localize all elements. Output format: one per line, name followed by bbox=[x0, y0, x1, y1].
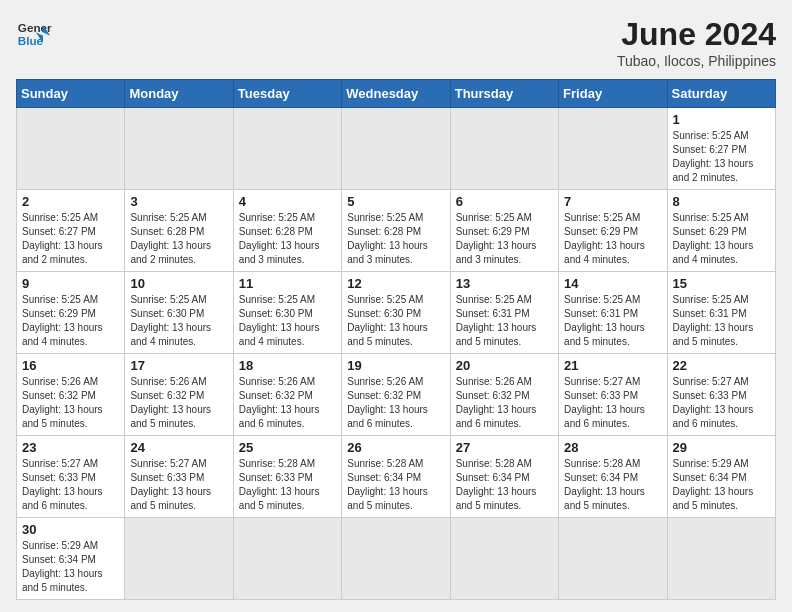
day-info: Sunrise: 5:29 AM Sunset: 6:34 PM Dayligh… bbox=[673, 457, 770, 513]
calendar-cell: 9Sunrise: 5:25 AM Sunset: 6:29 PM Daylig… bbox=[17, 272, 125, 354]
calendar-cell: 29Sunrise: 5:29 AM Sunset: 6:34 PM Dayli… bbox=[667, 436, 775, 518]
calendar-cell: 28Sunrise: 5:28 AM Sunset: 6:34 PM Dayli… bbox=[559, 436, 667, 518]
day-info: Sunrise: 5:26 AM Sunset: 6:32 PM Dayligh… bbox=[130, 375, 227, 431]
logo-icon: General Blue bbox=[16, 16, 52, 52]
day-number: 28 bbox=[564, 440, 661, 455]
calendar-week-5: 23Sunrise: 5:27 AM Sunset: 6:33 PM Dayli… bbox=[17, 436, 776, 518]
calendar-cell: 4Sunrise: 5:25 AM Sunset: 6:28 PM Daylig… bbox=[233, 190, 341, 272]
calendar-cell bbox=[342, 518, 450, 600]
day-info: Sunrise: 5:25 AM Sunset: 6:30 PM Dayligh… bbox=[130, 293, 227, 349]
day-number: 4 bbox=[239, 194, 336, 209]
calendar-subtitle: Tubao, Ilocos, Philippines bbox=[617, 53, 776, 69]
calendar-cell bbox=[125, 108, 233, 190]
calendar-cell: 25Sunrise: 5:28 AM Sunset: 6:33 PM Dayli… bbox=[233, 436, 341, 518]
day-number: 7 bbox=[564, 194, 661, 209]
day-info: Sunrise: 5:25 AM Sunset: 6:31 PM Dayligh… bbox=[673, 293, 770, 349]
page-container: General Blue June 2024 Tubao, Ilocos, Ph… bbox=[16, 16, 776, 600]
calendar-cell: 5Sunrise: 5:25 AM Sunset: 6:28 PM Daylig… bbox=[342, 190, 450, 272]
day-info: Sunrise: 5:27 AM Sunset: 6:33 PM Dayligh… bbox=[673, 375, 770, 431]
day-number: 9 bbox=[22, 276, 119, 291]
day-number: 20 bbox=[456, 358, 553, 373]
calendar-cell: 6Sunrise: 5:25 AM Sunset: 6:29 PM Daylig… bbox=[450, 190, 558, 272]
calendar-cell: 8Sunrise: 5:25 AM Sunset: 6:29 PM Daylig… bbox=[667, 190, 775, 272]
day-info: Sunrise: 5:26 AM Sunset: 6:32 PM Dayligh… bbox=[347, 375, 444, 431]
calendar-cell: 26Sunrise: 5:28 AM Sunset: 6:34 PM Dayli… bbox=[342, 436, 450, 518]
day-number: 27 bbox=[456, 440, 553, 455]
day-number: 26 bbox=[347, 440, 444, 455]
day-number: 3 bbox=[130, 194, 227, 209]
weekday-friday: Friday bbox=[559, 80, 667, 108]
weekday-monday: Monday bbox=[125, 80, 233, 108]
day-number: 29 bbox=[673, 440, 770, 455]
calendar-cell bbox=[450, 108, 558, 190]
weekday-header-row: SundayMondayTuesdayWednesdayThursdayFrid… bbox=[17, 80, 776, 108]
calendar-cell bbox=[559, 518, 667, 600]
calendar-cell: 14Sunrise: 5:25 AM Sunset: 6:31 PM Dayli… bbox=[559, 272, 667, 354]
day-number: 19 bbox=[347, 358, 444, 373]
header: General Blue June 2024 Tubao, Ilocos, Ph… bbox=[16, 16, 776, 69]
day-number: 16 bbox=[22, 358, 119, 373]
calendar-cell: 1Sunrise: 5:25 AM Sunset: 6:27 PM Daylig… bbox=[667, 108, 775, 190]
calendar-cell bbox=[559, 108, 667, 190]
calendar-cell: 12Sunrise: 5:25 AM Sunset: 6:30 PM Dayli… bbox=[342, 272, 450, 354]
day-number: 14 bbox=[564, 276, 661, 291]
day-info: Sunrise: 5:25 AM Sunset: 6:30 PM Dayligh… bbox=[347, 293, 444, 349]
calendar-week-3: 9Sunrise: 5:25 AM Sunset: 6:29 PM Daylig… bbox=[17, 272, 776, 354]
calendar-cell bbox=[450, 518, 558, 600]
day-info: Sunrise: 5:29 AM Sunset: 6:34 PM Dayligh… bbox=[22, 539, 119, 595]
calendar-cell: 22Sunrise: 5:27 AM Sunset: 6:33 PM Dayli… bbox=[667, 354, 775, 436]
day-info: Sunrise: 5:25 AM Sunset: 6:29 PM Dayligh… bbox=[456, 211, 553, 267]
day-number: 10 bbox=[130, 276, 227, 291]
day-number: 30 bbox=[22, 522, 119, 537]
calendar-cell bbox=[233, 518, 341, 600]
calendar-cell bbox=[17, 108, 125, 190]
calendar-cell: 3Sunrise: 5:25 AM Sunset: 6:28 PM Daylig… bbox=[125, 190, 233, 272]
calendar-cell: 30Sunrise: 5:29 AM Sunset: 6:34 PM Dayli… bbox=[17, 518, 125, 600]
title-area: June 2024 Tubao, Ilocos, Philippines bbox=[617, 16, 776, 69]
day-info: Sunrise: 5:27 AM Sunset: 6:33 PM Dayligh… bbox=[130, 457, 227, 513]
day-number: 25 bbox=[239, 440, 336, 455]
day-number: 11 bbox=[239, 276, 336, 291]
calendar-week-4: 16Sunrise: 5:26 AM Sunset: 6:32 PM Dayli… bbox=[17, 354, 776, 436]
calendar-cell: 11Sunrise: 5:25 AM Sunset: 6:30 PM Dayli… bbox=[233, 272, 341, 354]
day-info: Sunrise: 5:27 AM Sunset: 6:33 PM Dayligh… bbox=[564, 375, 661, 431]
day-number: 15 bbox=[673, 276, 770, 291]
day-info: Sunrise: 5:28 AM Sunset: 6:34 PM Dayligh… bbox=[347, 457, 444, 513]
calendar-cell: 15Sunrise: 5:25 AM Sunset: 6:31 PM Dayli… bbox=[667, 272, 775, 354]
day-info: Sunrise: 5:25 AM Sunset: 6:30 PM Dayligh… bbox=[239, 293, 336, 349]
day-info: Sunrise: 5:26 AM Sunset: 6:32 PM Dayligh… bbox=[239, 375, 336, 431]
day-number: 17 bbox=[130, 358, 227, 373]
calendar-cell: 24Sunrise: 5:27 AM Sunset: 6:33 PM Dayli… bbox=[125, 436, 233, 518]
calendar-cell: 23Sunrise: 5:27 AM Sunset: 6:33 PM Dayli… bbox=[17, 436, 125, 518]
calendar-week-6: 30Sunrise: 5:29 AM Sunset: 6:34 PM Dayli… bbox=[17, 518, 776, 600]
day-info: Sunrise: 5:25 AM Sunset: 6:29 PM Dayligh… bbox=[673, 211, 770, 267]
day-info: Sunrise: 5:27 AM Sunset: 6:33 PM Dayligh… bbox=[22, 457, 119, 513]
calendar-cell: 17Sunrise: 5:26 AM Sunset: 6:32 PM Dayli… bbox=[125, 354, 233, 436]
weekday-saturday: Saturday bbox=[667, 80, 775, 108]
day-number: 5 bbox=[347, 194, 444, 209]
calendar-cell: 7Sunrise: 5:25 AM Sunset: 6:29 PM Daylig… bbox=[559, 190, 667, 272]
calendar-title: June 2024 bbox=[617, 16, 776, 53]
day-info: Sunrise: 5:28 AM Sunset: 6:34 PM Dayligh… bbox=[456, 457, 553, 513]
day-info: Sunrise: 5:28 AM Sunset: 6:34 PM Dayligh… bbox=[564, 457, 661, 513]
day-info: Sunrise: 5:25 AM Sunset: 6:31 PM Dayligh… bbox=[564, 293, 661, 349]
day-info: Sunrise: 5:26 AM Sunset: 6:32 PM Dayligh… bbox=[22, 375, 119, 431]
day-info: Sunrise: 5:25 AM Sunset: 6:27 PM Dayligh… bbox=[22, 211, 119, 267]
calendar-cell: 16Sunrise: 5:26 AM Sunset: 6:32 PM Dayli… bbox=[17, 354, 125, 436]
day-info: Sunrise: 5:25 AM Sunset: 6:28 PM Dayligh… bbox=[347, 211, 444, 267]
calendar-cell bbox=[125, 518, 233, 600]
day-number: 13 bbox=[456, 276, 553, 291]
day-number: 22 bbox=[673, 358, 770, 373]
calendar-cell: 27Sunrise: 5:28 AM Sunset: 6:34 PM Dayli… bbox=[450, 436, 558, 518]
day-number: 23 bbox=[22, 440, 119, 455]
weekday-tuesday: Tuesday bbox=[233, 80, 341, 108]
calendar-cell bbox=[233, 108, 341, 190]
weekday-wednesday: Wednesday bbox=[342, 80, 450, 108]
day-info: Sunrise: 5:28 AM Sunset: 6:33 PM Dayligh… bbox=[239, 457, 336, 513]
calendar-cell: 20Sunrise: 5:26 AM Sunset: 6:32 PM Dayli… bbox=[450, 354, 558, 436]
calendar-cell: 21Sunrise: 5:27 AM Sunset: 6:33 PM Dayli… bbox=[559, 354, 667, 436]
calendar-week-2: 2Sunrise: 5:25 AM Sunset: 6:27 PM Daylig… bbox=[17, 190, 776, 272]
day-number: 8 bbox=[673, 194, 770, 209]
calendar-cell: 18Sunrise: 5:26 AM Sunset: 6:32 PM Dayli… bbox=[233, 354, 341, 436]
day-info: Sunrise: 5:25 AM Sunset: 6:28 PM Dayligh… bbox=[130, 211, 227, 267]
